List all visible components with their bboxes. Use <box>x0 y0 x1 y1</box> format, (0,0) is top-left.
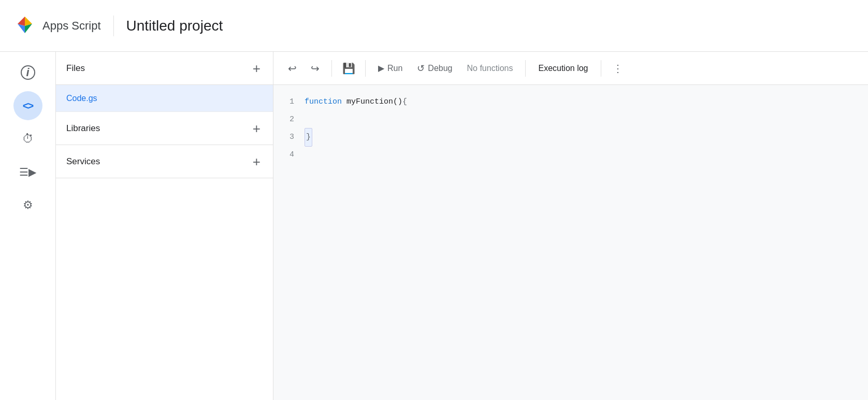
debug-label: Debug <box>428 64 452 73</box>
files-label: Files <box>66 63 85 74</box>
redo-icon: ↪ <box>311 62 320 75</box>
editor-toolbar: ↩ ↪ 💾 ▶ Run ↺ Debug No functions Executi… <box>273 52 868 85</box>
sidebar-item-triggers[interactable]: ⏱ <box>13 124 42 153</box>
more-icon: ⋮ <box>613 62 623 75</box>
libraries-label: Libraries <box>66 123 100 134</box>
header-divider <box>113 16 114 36</box>
app-name-label: Apps Script <box>42 19 101 33</box>
toolbar-divider-3 <box>525 60 526 77</box>
undo-button[interactable]: ↩ <box>282 58 302 79</box>
save-button[interactable]: 💾 <box>338 58 359 79</box>
add-service-button[interactable]: + <box>251 153 263 170</box>
logo-area: Apps Script <box>12 13 101 38</box>
run-icon: ▶ <box>378 63 384 73</box>
function-name: myFunction() <box>346 93 402 111</box>
line-number-1: 1 <box>290 93 294 111</box>
undo-icon: ↩ <box>288 62 297 75</box>
no-functions-label[interactable]: No functions <box>461 64 519 73</box>
file-panel: Files + Code.gs Libraries + Services + <box>56 52 273 400</box>
editor-area: ↩ ↪ 💾 ▶ Run ↺ Debug No functions Executi… <box>273 52 868 400</box>
redo-button[interactable]: ↪ <box>305 58 325 79</box>
libraries-section-header: Libraries + <box>56 112 273 145</box>
debug-icon: ↺ <box>417 63 425 74</box>
executions-icon: ☰▶ <box>19 166 36 178</box>
services-label: Services <box>66 156 100 167</box>
files-section-header: Files + <box>56 52 273 85</box>
close-brace: } <box>305 128 312 147</box>
file-item-code-gs[interactable]: Code.gs <box>56 85 273 112</box>
toolbar-divider-2 <box>365 60 366 77</box>
apps-script-logo <box>12 13 37 38</box>
add-file-button[interactable]: + <box>251 60 263 77</box>
sidebar-item-info[interactable]: i <box>13 58 42 87</box>
sidebar-item-executions[interactable]: ☰▶ <box>13 158 42 187</box>
line-numbers: 1 2 3 4 <box>273 93 305 392</box>
code-line-3: } <box>305 128 860 146</box>
project-title[interactable]: Untitled project <box>126 18 223 34</box>
editor-icon: <> <box>23 100 33 112</box>
add-library-button[interactable]: + <box>251 120 263 137</box>
file-name-code-gs: Code.gs <box>66 94 97 103</box>
code-line-4 <box>305 146 860 164</box>
run-button[interactable]: ▶ Run <box>372 60 409 76</box>
execution-log-label: Execution log <box>538 64 588 73</box>
info-icon: i <box>21 65 35 80</box>
more-button[interactable]: ⋮ <box>607 58 628 79</box>
debug-button[interactable]: ↺ Debug <box>411 60 458 77</box>
sidebar-item-editor[interactable]: <> <box>13 91 42 120</box>
triggers-icon: ⏱ <box>22 132 34 146</box>
run-label: Run <box>387 64 402 73</box>
open-brace: { <box>402 93 407 111</box>
code-line-1: function myFunction() { <box>305 93 860 111</box>
icon-bar: i <> ⏱ ☰▶ ⚙ <box>0 52 56 400</box>
sidebar-item-settings[interactable]: ⚙ <box>13 191 42 220</box>
execution-log-button[interactable]: Execution log <box>532 61 594 76</box>
code-content[interactable]: function myFunction() { } <box>305 93 868 392</box>
toolbar-divider-1 <box>331 60 332 77</box>
app-header: Apps Script Untitled project <box>0 0 868 52</box>
line-number-4: 4 <box>290 146 294 164</box>
main-layout: i <> ⏱ ☰▶ ⚙ Files + Code.gs Libraries + <box>0 52 868 400</box>
services-section-header: Services + <box>56 145 273 178</box>
line-number-3: 3 <box>290 128 294 146</box>
code-line-2 <box>305 111 860 128</box>
line-number-2: 2 <box>290 111 294 128</box>
toolbar-divider-4 <box>601 60 601 77</box>
settings-icon: ⚙ <box>23 198 33 212</box>
keyword-function: function <box>305 93 342 111</box>
code-editor[interactable]: 1 2 3 4 function myFunction() { } <box>273 85 868 400</box>
save-icon: 💾 <box>342 62 355 75</box>
